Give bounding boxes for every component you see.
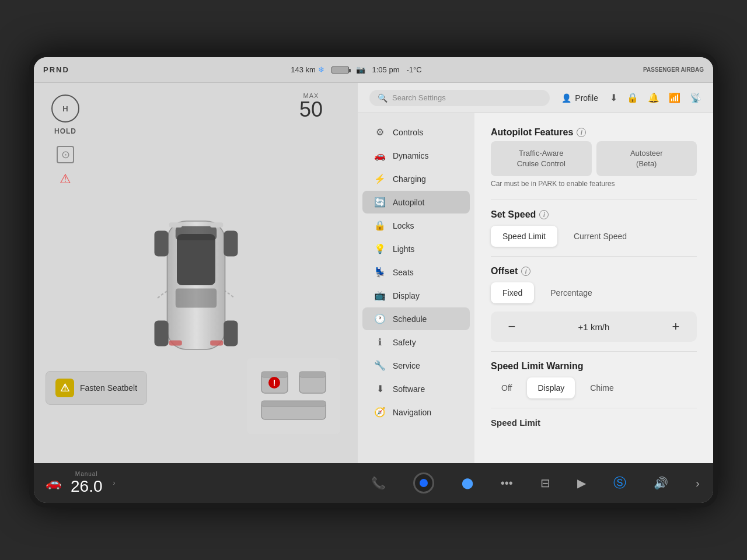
seat-diagram-svg: ! (256, 367, 331, 425)
sidebar-item-seats[interactable]: 💺 Seats (362, 261, 470, 284)
schedule-icon: 🕐 (374, 313, 386, 324)
camera-icon: 📷 (356, 65, 365, 74)
record-button[interactable] (413, 473, 434, 494)
current-speed-btn[interactable]: Current Speed (562, 226, 638, 247)
sidebar-item-locks[interactable]: 🔒 Locks (362, 214, 470, 237)
bell-icon[interactable]: 🔔 (648, 92, 659, 103)
safety-icon: ℹ (374, 337, 386, 348)
offset-decrease-btn[interactable]: − (502, 317, 521, 336)
tire-warning-icon: ⊙ (57, 146, 74, 163)
offset-value: +1 km/h (530, 322, 657, 332)
percentage-btn[interactable]: Percentage (539, 282, 604, 303)
lights-icon: 💡 (374, 243, 386, 254)
bluetooth-bottom-icon[interactable]: ⬤ (462, 477, 473, 489)
autopilot-info-icon[interactable]: i (577, 128, 586, 137)
charging-label: Charging (393, 174, 426, 184)
controls-icon: ⚙ (374, 127, 386, 138)
speed-limit-btn[interactable]: Speed Limit (491, 226, 557, 247)
lights-label: Lights (393, 244, 414, 254)
settings-body: ⚙ Controls 🚗 Dynamics ⚡ Charging 🔄 (358, 113, 713, 463)
settings-sidebar: ⚙ Controls 🚗 Dynamics ⚡ Charging 🔄 (358, 113, 474, 463)
offset-info-icon[interactable]: i (521, 267, 530, 276)
sidebar-item-service[interactable]: 🔧 Service (362, 354, 470, 377)
offset-title: Offset i (491, 266, 697, 276)
svg-rect-17 (261, 401, 326, 407)
sidebar-item-autopilot[interactable]: 🔄 Autopilot (362, 191, 470, 214)
max-value: 50 (299, 99, 323, 120)
offset-toggle-group: Fixed Percentage (491, 282, 697, 303)
svg-rect-13 (261, 372, 288, 377)
seats-icon: 💺 (374, 267, 386, 278)
speed-limit-label: Speed Limit (491, 418, 540, 428)
bottom-bar: 🚗 Manual 26.0 › 📞 ⬤ ••• ⊟ ▶ Ⓢ 🔊 › (34, 463, 713, 503)
svg-rect-3 (175, 289, 216, 308)
play-icon[interactable]: ▶ (577, 476, 586, 490)
search-input[interactable]: Search Settings (392, 93, 446, 102)
svg-rect-10 (154, 321, 168, 346)
dynamics-label: Dynamics (393, 151, 428, 160)
dynamics-icon: 🚗 (374, 150, 386, 161)
profile-button[interactable]: 👤 Profile (561, 93, 598, 103)
next-icon[interactable]: › (696, 477, 700, 490)
svg-rect-9 (224, 231, 238, 257)
svg-rect-6 (169, 341, 181, 346)
lock-icon[interactable]: 🔒 (627, 92, 638, 103)
locks-icon: 🔒 (374, 220, 386, 231)
screen: PRND 143 km ❄ 📷 1:05 pm -1°C PASSENGER A… (34, 57, 713, 503)
right-panel: 🔍 Search Settings 👤 Profile ⬇ 🔒 🔔 📶 📡 (358, 83, 713, 463)
settings-content: Autopilot Features i Traffic-AwareCruise… (474, 113, 713, 463)
sidebar-item-navigation[interactable]: 🧭 Navigation (362, 401, 470, 424)
speed-limit-warning-options: Off Display Chime (491, 377, 697, 398)
bluetooth-icon[interactable]: 📶 (669, 92, 680, 103)
sidebar-item-schedule[interactable]: 🕐 Schedule (362, 307, 470, 330)
set-speed-info-icon[interactable]: i (539, 210, 549, 219)
traffic-aware-cruise-btn[interactable]: Traffic-AwareCruise Control (491, 141, 592, 176)
snowflake-icon: ❄ (318, 65, 324, 74)
controls-label: Controls (393, 128, 423, 137)
divider-2 (491, 256, 697, 257)
left-panel: H HOLD ⊙ ⚠ MAX 50 (34, 83, 358, 463)
navigation-label: Navigation (393, 408, 431, 417)
svg-rect-2 (175, 226, 216, 240)
fixed-btn[interactable]: Fixed (491, 282, 534, 303)
svg-rect-1 (177, 234, 215, 285)
locks-label: Locks (393, 221, 414, 230)
autopilot-features-grid: Traffic-AwareCruise Control Autosteer(Be… (491, 141, 697, 176)
warning-display-btn[interactable]: Display (527, 377, 575, 398)
warning-off-btn[interactable]: Off (491, 377, 522, 398)
record-dot (420, 479, 428, 487)
player-icon[interactable]: ⊟ (540, 476, 550, 490)
speed-unit: › (113, 479, 116, 487)
more-icon[interactable]: ••• (501, 477, 513, 490)
download-icon[interactable]: ⬇ (610, 92, 617, 103)
safety-label: Safety (393, 338, 416, 347)
volume-icon[interactable]: 🔊 (654, 476, 668, 490)
divider-4 (491, 408, 697, 408)
sidebar-item-charging[interactable]: ⚡ Charging (362, 167, 470, 190)
profile-label: Profile (575, 93, 598, 103)
phone-icon[interactable]: 📞 (371, 476, 386, 490)
signal-icon[interactable]: 📡 (690, 92, 701, 103)
autosteer-btn[interactable]: Autosteer(Beta) (596, 141, 697, 176)
sidebar-item-dynamics[interactable]: 🚗 Dynamics (362, 144, 470, 167)
max-speed-display: MAX 50 (299, 92, 323, 120)
svg-rect-15 (299, 372, 326, 377)
sidebar-item-lights[interactable]: 💡 Lights (362, 237, 470, 260)
svg-rect-5 (210, 222, 223, 228)
km-display: 143 km ❄ (291, 65, 324, 74)
sidebar-item-software[interactable]: ⬇ Software (362, 377, 470, 400)
app-icon[interactable]: Ⓢ (613, 474, 626, 492)
status-bar: PRND 143 km ❄ 📷 1:05 pm -1°C PASSENGER A… (34, 57, 713, 83)
navigation-icon: 🧭 (374, 407, 386, 418)
sidebar-item-display[interactable]: 📺 Display (362, 284, 470, 307)
set-speed-title: Set Speed i (491, 209, 697, 220)
warning-chime-btn[interactable]: Chime (580, 377, 624, 398)
sidebar-item-safety[interactable]: ℹ Safety (362, 331, 470, 354)
speed-value: 26.0 (71, 477, 103, 496)
hold-circle: H (51, 94, 79, 123)
display-label: Display (393, 291, 420, 300)
sidebar-item-controls[interactable]: ⚙ Controls (362, 121, 470, 144)
seat-diagram: ! (247, 358, 340, 434)
search-box[interactable]: 🔍 Search Settings (369, 90, 550, 106)
offset-increase-btn[interactable]: + (666, 317, 685, 336)
